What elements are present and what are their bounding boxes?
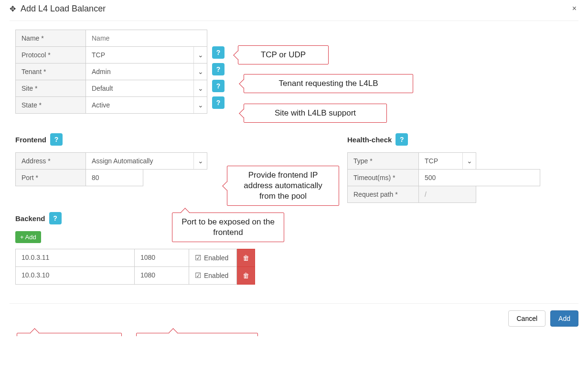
trash-icon: 🗑 [243, 254, 249, 262]
row-hc-timeout: Timeout(ms) * [347, 169, 540, 186]
label-hc-type: Type * [347, 152, 419, 170]
modal-header: ✥ Add L4 Load Balancer × [10, 2, 578, 21]
tenant-select[interactable]: Admin ⌄ [86, 63, 207, 80]
label-name: Name * [15, 30, 86, 47]
annotation-tenant: Tenant requesting the L4LB [244, 74, 413, 93]
label-hc-timeout: Timeout(ms) * [347, 169, 419, 186]
add-backend-button[interactable]: + Add [15, 231, 41, 243]
healthcheck-header: Health-check ? [347, 133, 540, 146]
row-hc-path: Request path * [347, 186, 540, 203]
backend-table: 10.0.3.11 1080 Enabled 🗑 10.0.3.10 1080 … [15, 249, 578, 285]
check-icon [195, 254, 201, 262]
delete-backend-button[interactable]: 🗑 [237, 266, 255, 285]
state-select[interactable]: Active ⌄ [86, 96, 207, 114]
main-form: Name * Protocol * TCP ⌄ ? Tenant * Admin… [15, 30, 578, 114]
chevron-down-icon: ⌄ [193, 47, 207, 63]
row-name: Name * [15, 30, 578, 47]
label-site: Site * [15, 80, 86, 97]
help-icon[interactable]: ? [396, 133, 408, 146]
tenant-value: Admin [86, 64, 193, 80]
state-value: Active [86, 97, 193, 113]
name-input[interactable] [86, 30, 207, 46]
enabled-label: Enabled [204, 272, 228, 279]
frontend-address-value: Assign Automatically [86, 153, 193, 169]
frontend-header: Frontend ? [15, 133, 216, 146]
annotation-frontend-port: Port to be exposed on the frontend [172, 213, 284, 242]
annotation-backend-addr: Backend addresses [17, 333, 122, 336]
label-tenant: Tenant * [15, 63, 86, 80]
check-icon [195, 271, 201, 280]
hc-path-input [419, 186, 476, 202]
backend-enabled-toggle[interactable]: Enabled [189, 249, 237, 267]
help-icon[interactable]: ? [212, 96, 225, 109]
label-protocol: Protocol * [15, 46, 86, 64]
chevron-down-icon: ⌄ [462, 153, 476, 169]
label-hc-path: Request path * [347, 186, 419, 203]
protocol-select[interactable]: TCP ⌄ [86, 46, 207, 64]
backend-row: 10.0.3.11 1080 Enabled 🗑 [15, 249, 578, 267]
frontend-address-select[interactable]: Assign Automatically ⌄ [86, 152, 207, 170]
annotation-protocol: TCP or UDP [238, 45, 329, 64]
help-icon[interactable]: ? [50, 133, 63, 146]
row-frontend-address: Address * Assign Automatically ⌄ [15, 152, 216, 170]
help-icon[interactable]: ? [212, 46, 225, 59]
label-frontend-port: Port * [15, 169, 86, 186]
label-state: State * [15, 96, 86, 114]
healthcheck-title: Health-check [347, 136, 392, 144]
annotation-frontend-ip: Provide frontend IP address automaticall… [227, 166, 339, 206]
backend-enabled-toggle[interactable]: Enabled [189, 266, 237, 285]
trash-icon: 🗑 [243, 272, 249, 279]
backend-row: 10.0.3.10 1080 Enabled 🗑 [15, 266, 578, 285]
hc-timeout-input[interactable] [419, 170, 540, 186]
backend-port[interactable]: 1080 [135, 266, 189, 285]
add-button[interactable]: Add [550, 310, 578, 327]
backend-addr[interactable]: 10.0.3.10 [15, 266, 135, 285]
frontend-port-input[interactable] [86, 170, 143, 186]
chevron-down-icon: ⌄ [193, 64, 207, 80]
help-icon[interactable]: ? [212, 63, 225, 75]
backend-header: Backend ? [15, 212, 578, 224]
page-title: Add L4 Load Balancer [21, 4, 106, 14]
cancel-button[interactable]: Cancel [508, 310, 545, 327]
annotation-backend-port: Service port backend is listening [136, 333, 258, 336]
row-frontend-port: Port * [15, 169, 216, 186]
backend-port[interactable]: 1080 [135, 249, 189, 267]
close-icon[interactable]: × [570, 2, 578, 15]
site-select[interactable]: Default ⌄ [86, 80, 207, 97]
protocol-value: TCP [86, 47, 193, 63]
enabled-label: Enabled [204, 254, 228, 262]
delete-backend-button[interactable]: 🗑 [237, 249, 255, 267]
row-hc-type: Type * TCP ⌄ [347, 152, 540, 170]
site-value: Default [86, 80, 193, 96]
help-icon[interactable]: ? [212, 80, 225, 92]
help-icon[interactable]: ? [49, 212, 62, 224]
backend-title: Backend [15, 214, 45, 223]
annotation-site: Site with L4LB support [244, 104, 387, 123]
modal-footer: Cancel Add [10, 303, 578, 327]
backend-addr[interactable]: 10.0.3.11 [15, 249, 135, 267]
hc-type-select[interactable]: TCP ⌄ [419, 152, 476, 170]
chevron-down-icon: ⌄ [193, 97, 207, 113]
move-icon[interactable]: ✥ [10, 4, 16, 13]
chevron-down-icon: ⌄ [193, 80, 207, 96]
frontend-title: Frontend [15, 136, 46, 144]
hc-type-value: TCP [419, 153, 462, 169]
label-frontend-address: Address * [15, 152, 86, 170]
chevron-down-icon: ⌄ [193, 153, 207, 169]
